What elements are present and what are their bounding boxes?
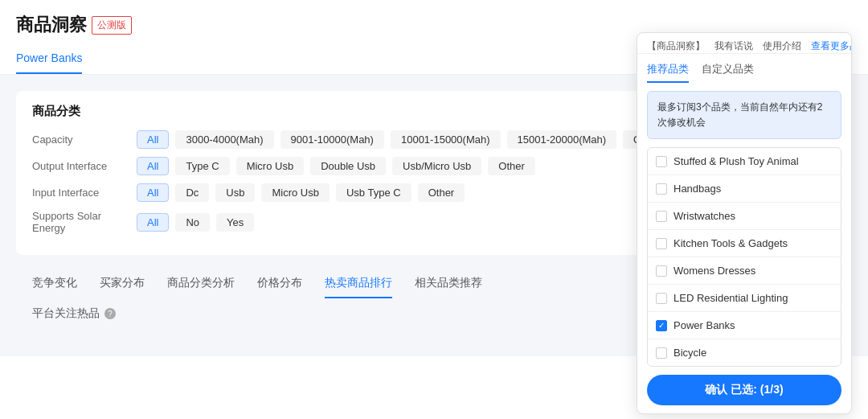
- filter-label: Capacity: [32, 134, 137, 146]
- panel-list-item[interactable]: Power Banks: [648, 312, 841, 339]
- filter-tag[interactable]: Type C: [175, 157, 229, 175]
- bottom-nav-item[interactable]: 商品分类分析: [167, 276, 235, 298]
- bottom-nav-item[interactable]: 价格分布: [257, 276, 302, 298]
- filter-label: Input Interface: [32, 187, 137, 199]
- panel-checkbox[interactable]: [656, 183, 667, 195]
- platform-help-icon[interactable]: ?: [104, 308, 116, 319]
- main-container: 商品洞察 公测版 Power Banks 最近30天 商品分类 Capacity…: [0, 0, 868, 419]
- filter-tag[interactable]: All: [137, 183, 169, 202]
- page-title: 商品洞察: [16, 13, 87, 37]
- panel-tabs: 推荐品类自定义品类: [637, 57, 851, 83]
- view-more-button[interactable]: 查看更多品类 ▼: [811, 39, 852, 53]
- panel-checkbox[interactable]: [656, 156, 667, 167]
- panel-tab[interactable]: 自定义品类: [702, 57, 754, 83]
- panel-list-item-label: Power Banks: [674, 319, 735, 331]
- filter-tag[interactable]: All: [137, 213, 169, 232]
- panel-list-item-label: Kitchen Tools & Gadgets: [674, 237, 788, 249]
- panel-list-item-label: Wristwatches: [674, 210, 735, 222]
- bottom-nav-item[interactable]: 相关品类推荐: [415, 276, 482, 298]
- panel-list-box: Stuffed & Plush Toy AnimalHandbagsWristw…: [647, 147, 841, 367]
- panel-top-nav: 【商品洞察】我有话说使用介绍查看更多品类 ▼: [637, 33, 851, 54]
- panel-list-item-label: LED Residential Lighting: [674, 292, 788, 304]
- filter-tag[interactable]: Other: [418, 183, 465, 202]
- dropdown-panel: 【商品洞察】我有话说使用介绍查看更多品类 ▼ 推荐品类自定义品类 最多订阅3个品…: [637, 32, 852, 414]
- panel-list-item[interactable]: Stuffed & Plush Toy Animal: [648, 148, 841, 175]
- filter-tag[interactable]: 15001-20000(Mah): [507, 130, 617, 149]
- panel-checkbox[interactable]: [656, 211, 667, 222]
- filter-label: Output Interface: [32, 160, 137, 172]
- platform-label: 平台关注热品: [32, 306, 100, 321]
- panel-list-item[interactable]: Wristwatches: [648, 203, 841, 230]
- beta-badge: 公测版: [92, 16, 132, 35]
- panel-tab[interactable]: 推荐品类: [647, 57, 689, 83]
- filter-tags: All3000-4000(Mah)9001-10000(Mah)10001-15…: [137, 130, 670, 149]
- panel-list-item[interactable]: Bicycle: [648, 339, 841, 366]
- filter-tag[interactable]: Yes: [216, 213, 254, 232]
- panel-list-item[interactable]: Handbags: [648, 175, 841, 203]
- filter-tag[interactable]: Micro Usb: [261, 183, 330, 202]
- panel-list-item[interactable]: Kitchen Tools & Gadgets: [648, 230, 841, 257]
- panel-list-item[interactable]: LED Residential Lighting: [648, 285, 841, 312]
- panel-list-item-label: Womens Dresses: [674, 265, 755, 277]
- panel-checkbox[interactable]: [656, 320, 667, 331]
- filter-tag[interactable]: Other: [488, 157, 535, 175]
- breadcrumb-tab-power-banks[interactable]: Power Banks: [16, 43, 82, 74]
- filter-tags: AllNoYes: [137, 213, 254, 232]
- filter-tags: AllType CMicro UsbDouble UsbUsb/Micro Us…: [137, 157, 535, 175]
- panel-list-item[interactable]: Womens Dresses: [648, 257, 841, 285]
- panel-top-nav-link[interactable]: 使用介绍: [763, 39, 801, 53]
- filter-tag[interactable]: 10001-15000(Mah): [391, 130, 501, 149]
- panel-top-nav-link[interactable]: 【商品洞察】: [647, 39, 705, 53]
- filter-tag[interactable]: Usb: [215, 183, 255, 202]
- filter-tags: AllDcUsbMicro UsbUsb Type COther: [137, 183, 465, 202]
- filter-tag[interactable]: Usb Type C: [336, 183, 411, 202]
- filter-tag[interactable]: Micro Usb: [236, 157, 305, 175]
- filter-tag[interactable]: All: [137, 130, 169, 149]
- panel-checkbox[interactable]: [656, 265, 667, 277]
- filter-tag[interactable]: 9001-10000(Mah): [280, 130, 384, 149]
- breadcrumb-tabs: Power Banks: [16, 43, 98, 74]
- panel-info-box: 最多订阅3个品类，当前自然年内还有2次修改机会: [647, 91, 841, 139]
- panel-list-item-label: Handbags: [674, 183, 721, 195]
- panel-list-item-label: Stuffed & Plush Toy Animal: [674, 155, 799, 167]
- panel-top-nav-link[interactable]: 我有话说: [714, 39, 753, 53]
- filter-tag[interactable]: No: [175, 213, 210, 232]
- confirm-button[interactable]: 确认 已选: (1/3): [647, 375, 841, 405]
- panel-checkbox[interactable]: [656, 347, 667, 359]
- panel-checkbox[interactable]: [656, 293, 667, 304]
- filter-tag[interactable]: All: [137, 157, 169, 175]
- filter-tag[interactable]: Usb/Micro Usb: [392, 157, 481, 175]
- panel-list-item-label: Bicycle: [674, 347, 706, 359]
- panel-checkbox[interactable]: [656, 238, 667, 249]
- filter-tag[interactable]: Double Usb: [310, 157, 386, 175]
- filter-label: Supports Solar Energy: [32, 210, 137, 234]
- filter-tag[interactable]: Dc: [175, 183, 209, 202]
- bottom-nav-item[interactable]: 热卖商品排行: [325, 276, 392, 298]
- bottom-nav-item[interactable]: 竞争变化: [32, 276, 77, 298]
- bottom-nav-item[interactable]: 买家分布: [100, 276, 145, 298]
- filter-tag[interactable]: 3000-4000(Mah): [175, 130, 273, 149]
